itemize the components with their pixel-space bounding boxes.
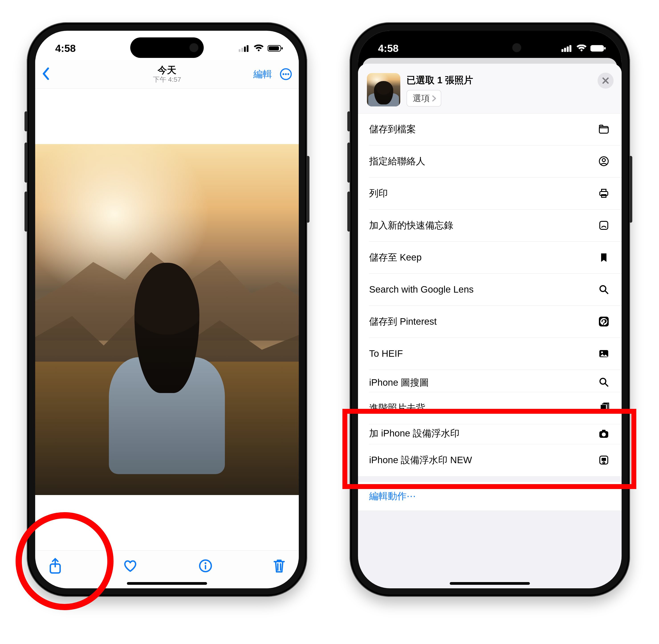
share-action-icon bbox=[597, 375, 610, 389]
share-action-icon bbox=[597, 347, 610, 360]
wifi-icon bbox=[253, 45, 264, 52]
battery-icon bbox=[267, 45, 283, 52]
share-action-contact[interactable]: 指定給聯絡人 bbox=[358, 145, 621, 177]
share-action-label: iPhone 圖搜圖 bbox=[369, 376, 429, 389]
share-action-folder[interactable]: 儲存到檔案 bbox=[358, 113, 621, 145]
svg-point-33 bbox=[601, 351, 603, 353]
svg-rect-21 bbox=[604, 47, 606, 49]
svg-rect-20 bbox=[591, 46, 602, 50]
annotation-circle-share bbox=[16, 512, 114, 610]
share-action-printer[interactable]: 列印 bbox=[358, 177, 621, 209]
share-action-quicknote[interactable]: 加入新的快速備忘錄 bbox=[358, 209, 621, 242]
quicknote-icon bbox=[598, 220, 609, 231]
share-options-label: 選項 bbox=[413, 93, 430, 104]
header-title-block: 今天 下午 4:57 bbox=[153, 65, 181, 83]
delete-button[interactable] bbox=[273, 558, 285, 573]
phone-left: 4:58 bbox=[27, 22, 307, 597]
svg-rect-0 bbox=[239, 49, 240, 52]
header-subtitle: 下午 4:57 bbox=[153, 76, 181, 83]
chevron-right-icon bbox=[432, 95, 437, 102]
printer-icon bbox=[598, 188, 609, 199]
phone-right: 4:58 bbox=[350, 22, 630, 597]
share-action-image[interactable]: To HEIF bbox=[358, 338, 621, 370]
status-icons bbox=[239, 45, 283, 52]
heart-icon bbox=[123, 559, 138, 573]
svg-point-9 bbox=[285, 73, 287, 75]
search-icon bbox=[598, 284, 609, 295]
close-icon bbox=[602, 77, 609, 85]
share-action-label: 儲存至 Keep bbox=[369, 251, 422, 264]
close-button[interactable] bbox=[597, 73, 614, 89]
share-action-icon bbox=[597, 283, 610, 296]
svg-rect-5 bbox=[269, 46, 279, 50]
share-action-label: 加入新的快速備忘錄 bbox=[369, 219, 453, 232]
header-title: 今天 bbox=[153, 65, 181, 75]
back-button[interactable] bbox=[42, 67, 50, 81]
dynamic-island bbox=[453, 38, 526, 58]
folder-icon bbox=[598, 124, 609, 135]
info-button[interactable] bbox=[199, 559, 212, 573]
wifi-icon bbox=[576, 45, 587, 52]
status-icons bbox=[562, 45, 606, 52]
share-action-search[interactable]: iPhone 圖搜圖 bbox=[358, 370, 621, 392]
share-action-icon bbox=[597, 187, 610, 200]
share-sheet: 已選取 1 張照片 選項 儲存到檔案指定給聯絡人列印加入新的快速備忘錄儲存至 K… bbox=[358, 64, 621, 588]
search-icon bbox=[598, 377, 609, 388]
svg-rect-3 bbox=[247, 45, 249, 52]
share-action-icon bbox=[597, 251, 610, 264]
share-thumbnail bbox=[367, 73, 400, 107]
svg-point-24 bbox=[602, 159, 605, 162]
ellipsis-circle-icon bbox=[280, 68, 292, 80]
share-action-pinterest[interactable]: 儲存到 Pinterest bbox=[358, 305, 621, 338]
svg-rect-14 bbox=[205, 565, 206, 569]
share-action-search[interactable]: Search with Google Lens bbox=[358, 273, 621, 305]
favorite-button[interactable] bbox=[123, 559, 138, 573]
svg-rect-28 bbox=[600, 221, 608, 229]
share-action-icon bbox=[597, 155, 610, 168]
photos-header: 今天 下午 4:57 編輯 bbox=[35, 60, 299, 89]
pinterest-icon bbox=[598, 316, 609, 327]
svg-rect-16 bbox=[564, 48, 566, 52]
svg-rect-17 bbox=[567, 47, 569, 52]
home-indicator[interactable] bbox=[450, 582, 530, 585]
home-indicator[interactable] bbox=[127, 582, 207, 585]
trash-icon bbox=[273, 558, 285, 573]
svg-rect-26 bbox=[602, 189, 606, 191]
share-action-icon bbox=[597, 122, 610, 136]
share-action-label: 指定給聯絡人 bbox=[369, 155, 425, 167]
photo-viewer[interactable] bbox=[35, 89, 299, 550]
share-action-icon bbox=[597, 315, 610, 328]
share-action-bookmark[interactable]: 儲存至 Keep bbox=[358, 242, 621, 273]
status-time: 4:58 bbox=[55, 42, 76, 54]
cellular-icon bbox=[562, 45, 573, 52]
more-button[interactable] bbox=[280, 68, 292, 80]
share-action-label: 列印 bbox=[369, 187, 388, 200]
svg-point-8 bbox=[283, 73, 284, 75]
screen-right: 4:58 bbox=[358, 31, 621, 588]
photo-image bbox=[35, 144, 299, 495]
svg-point-13 bbox=[205, 562, 206, 564]
cellular-icon bbox=[239, 45, 250, 52]
bookmark-icon bbox=[598, 252, 609, 263]
share-options-button[interactable]: 選項 bbox=[406, 90, 441, 107]
svg-rect-1 bbox=[241, 48, 243, 52]
share-sheet-header: 已選取 1 張照片 選項 bbox=[358, 64, 621, 114]
share-action-icon bbox=[597, 219, 610, 232]
share-title: 已選取 1 張照片 bbox=[406, 74, 473, 86]
svg-rect-2 bbox=[244, 47, 246, 52]
svg-point-10 bbox=[287, 73, 289, 75]
edit-button[interactable]: 編輯 bbox=[253, 68, 272, 80]
svg-rect-18 bbox=[569, 45, 571, 52]
share-action-label: 儲存到 Pinterest bbox=[369, 315, 437, 328]
svg-rect-15 bbox=[562, 49, 563, 52]
svg-rect-6 bbox=[281, 47, 283, 49]
info-icon bbox=[199, 559, 212, 573]
screen-left: 4:58 bbox=[35, 31, 299, 588]
share-action-label: 儲存到檔案 bbox=[369, 123, 416, 135]
status-time: 4:58 bbox=[378, 42, 399, 54]
annotation-rect-action bbox=[343, 409, 636, 489]
battery-icon bbox=[590, 45, 606, 52]
share-action-label: To HEIF bbox=[369, 348, 403, 359]
share-action-label: Search with Google Lens bbox=[369, 284, 474, 295]
dynamic-island bbox=[130, 38, 204, 58]
